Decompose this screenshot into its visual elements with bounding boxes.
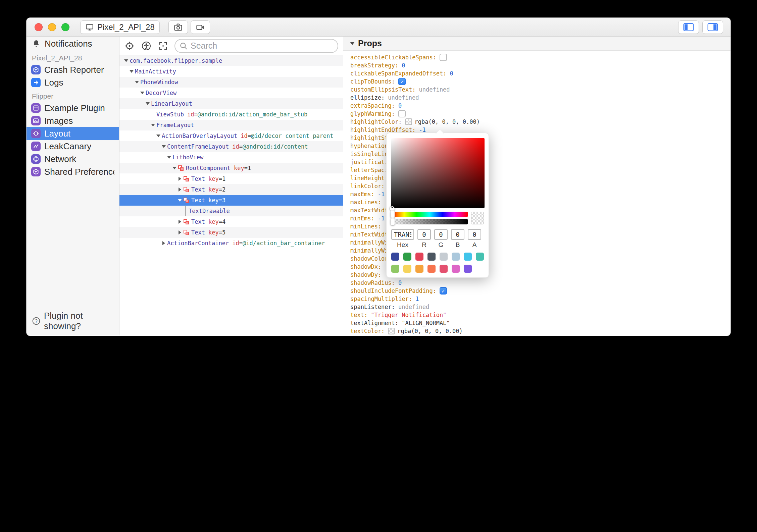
tree-node-actionbarcontainer[interactable]: ActionBarContainerid=@id/action_bar_cont… xyxy=(119,238,343,249)
tree-node-text[interactable]: Textkey=5 xyxy=(119,227,343,238)
tree-node-phonewindow[interactable]: PhoneWindow xyxy=(119,77,343,88)
tree-node-framelayout[interactable]: FrameLayout xyxy=(119,120,343,130)
tree-node-viewstub[interactable]: ViewStubid=@android:id/action_mode_bar_s… xyxy=(119,109,343,120)
chevron-down-icon[interactable] xyxy=(171,167,178,169)
tree-node-com-facebook-flipper-sample[interactable]: com.facebook.flipper.sample xyxy=(119,55,343,66)
prop-value[interactable]: rgba(0, 0, 0, 0.00) xyxy=(415,118,480,125)
prop-value[interactable]: -1 xyxy=(419,126,425,133)
color-swatch[interactable] xyxy=(415,265,423,273)
hue-slider-handle[interactable] xyxy=(391,211,395,218)
chevron-down-icon[interactable] xyxy=(139,92,146,94)
sidebar-item-shared-preferences-viewer[interactable]: Shared Preferences Viewer xyxy=(27,165,119,178)
color-swatch[interactable] xyxy=(440,265,448,273)
hue-slider[interactable] xyxy=(391,212,468,217)
chevron-down-icon[interactable] xyxy=(176,199,183,202)
chevron-right-icon[interactable] xyxy=(176,177,183,181)
tree-node-text[interactable]: Textkey=1 xyxy=(119,173,343,184)
minimize-window-button[interactable] xyxy=(48,23,56,31)
color-swatch[interactable] xyxy=(452,253,460,261)
chevron-down-icon[interactable] xyxy=(123,59,130,62)
color-swatch[interactable] xyxy=(403,253,411,261)
sidebar-item-crash-reporter[interactable]: Crash Reporter xyxy=(27,63,119,76)
color-swatch[interactable] xyxy=(440,253,448,261)
tree-node-text[interactable]: Textkey=2 xyxy=(119,184,343,195)
tree-node-text[interactable]: Textkey=4 xyxy=(119,216,343,227)
chevron-down-icon[interactable] xyxy=(166,156,172,159)
sidebar-item-layout[interactable]: Layout xyxy=(27,127,119,140)
chevron-right-icon[interactable] xyxy=(176,188,183,192)
prop-value[interactable]: "Trigger Notification" xyxy=(371,312,446,318)
prop-value[interactable]: 0 xyxy=(450,70,453,77)
chevron-down-icon[interactable] xyxy=(160,145,167,148)
saturation-cursor[interactable] xyxy=(390,206,395,211)
tree-node-decorview[interactable]: DecorView xyxy=(119,88,343,98)
color-swatch[interactable] xyxy=(403,265,411,273)
color-swatch[interactable] xyxy=(427,253,436,261)
prop-value[interactable]: 0 xyxy=(402,62,405,69)
alpha-slider[interactable] xyxy=(391,219,468,224)
color-swatch[interactable] xyxy=(415,253,423,261)
alpha-slider-handle[interactable] xyxy=(391,218,395,225)
prop-checkbox[interactable]: ✓ xyxy=(440,287,447,295)
screen-record-button[interactable] xyxy=(191,20,210,34)
chevron-down-icon[interactable] xyxy=(144,102,151,105)
zoom-window-button[interactable] xyxy=(61,23,69,31)
chevron-right-icon[interactable] xyxy=(176,230,183,234)
color-swatch[interactable] xyxy=(464,253,472,261)
prop-value[interactable]: -1 xyxy=(378,191,385,198)
chevron-right-icon[interactable] xyxy=(160,241,167,245)
prop-checkbox[interactable] xyxy=(398,110,406,117)
tree-node-text[interactable]: Textkey=3 xyxy=(119,195,343,206)
prop-value[interactable]: -1 xyxy=(378,215,385,222)
search-input[interactable] xyxy=(191,41,334,51)
close-window-button[interactable] xyxy=(35,23,43,31)
green-input[interactable] xyxy=(434,229,448,240)
alpha-input[interactable] xyxy=(468,229,481,240)
tree-node-textdrawable[interactable]: TextDrawable xyxy=(119,206,343,216)
prop-color-swatch[interactable] xyxy=(405,118,412,125)
hex-input[interactable] xyxy=(391,229,414,240)
device-selector[interactable]: Pixel_2_API_28 xyxy=(80,20,160,34)
prop-color-swatch[interactable] xyxy=(388,328,395,334)
color-swatch[interactable] xyxy=(464,265,472,273)
color-swatch[interactable] xyxy=(391,253,399,261)
notifications-item[interactable]: Notifications xyxy=(27,37,119,51)
color-swatch[interactable] xyxy=(391,265,399,273)
props-header[interactable]: Props xyxy=(343,37,730,51)
prop-checkbox[interactable]: ✓ xyxy=(398,78,406,85)
color-swatch[interactable] xyxy=(452,265,460,273)
blue-input[interactable] xyxy=(451,229,464,240)
chevron-right-icon[interactable] xyxy=(176,220,183,224)
toggle-left-sidebar-button[interactable] xyxy=(678,20,699,34)
color-swatch[interactable] xyxy=(427,265,436,273)
chevron-down-icon[interactable] xyxy=(134,81,140,84)
screenshot-button[interactable] xyxy=(168,20,188,34)
tree-node-lithoview[interactable]: LithoView xyxy=(119,152,343,163)
prop-value[interactable]: 0 xyxy=(398,279,402,286)
tree-node-contentframelayout[interactable]: ContentFrameLayoutid=@android:id/content xyxy=(119,141,343,152)
sidebar-item-leakcanary[interactable]: LeakCanary xyxy=(27,140,119,153)
plugin-not-showing-link[interactable]: ? Plugin not showing? xyxy=(32,311,119,331)
sidebar-item-example-plugin[interactable]: Example Plugin xyxy=(27,102,119,114)
target-mode-icon[interactable] xyxy=(124,41,135,51)
saturation-brightness-area[interactable] xyxy=(391,138,485,208)
chevron-down-icon[interactable] xyxy=(155,135,162,137)
tree-node-linearlayout[interactable]: LinearLayout xyxy=(119,98,343,109)
tree-node-mainactivity[interactable]: MainActivity xyxy=(119,66,343,77)
prop-value[interactable]: "ALIGN_NORMAL" xyxy=(402,320,450,326)
red-input[interactable] xyxy=(417,229,431,240)
sidebar-item-images[interactable]: Images xyxy=(27,114,119,127)
color-swatch[interactable] xyxy=(476,253,484,261)
tree-node-rootcomponent[interactable]: RootComponentkey=1 xyxy=(119,163,343,173)
accessibility-mode-icon[interactable] xyxy=(141,41,152,51)
prop-value[interactable]: 1 xyxy=(415,296,419,302)
tree-node-actionbaroverlaylayout[interactable]: ActionBarOverlayLayoutid=@id/decor_conte… xyxy=(119,130,343,141)
prop-value[interactable]: rgba(0, 0, 0, 0.00) xyxy=(397,328,462,334)
prop-value[interactable]: 0 xyxy=(398,102,402,109)
sidebar-item-network[interactable]: Network xyxy=(27,153,119,165)
chevron-down-icon[interactable] xyxy=(128,70,135,73)
chevron-down-icon[interactable] xyxy=(150,124,156,126)
expand-tree-icon[interactable] xyxy=(158,41,168,51)
toggle-right-sidebar-button[interactable] xyxy=(702,20,723,34)
sidebar-item-logs[interactable]: Logs xyxy=(27,76,119,89)
